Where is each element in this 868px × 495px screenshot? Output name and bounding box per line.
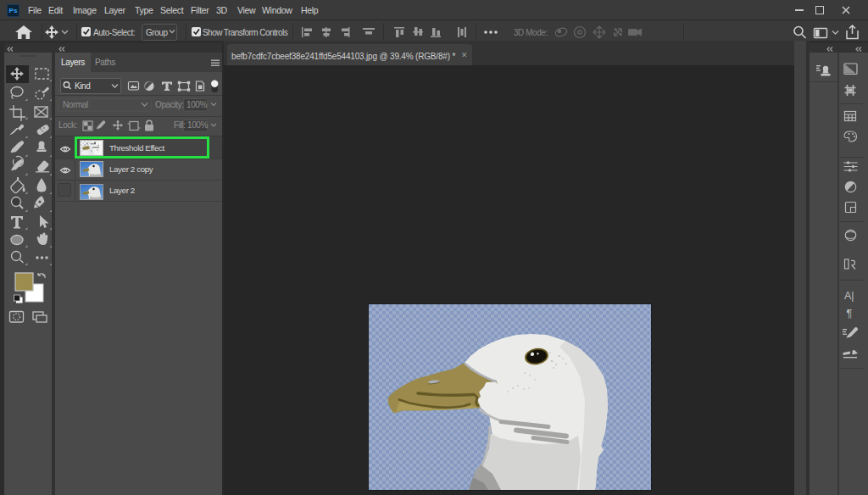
svg-text:A|: A| — [844, 290, 854, 302]
svg-text:¶: ¶ — [847, 308, 853, 320]
